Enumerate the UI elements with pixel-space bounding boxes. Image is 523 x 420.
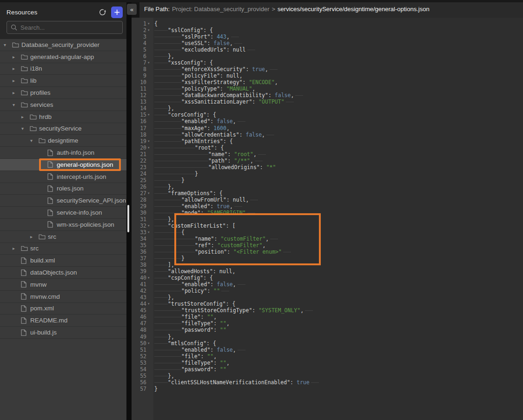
- caret-right-icon[interactable]: ▸: [13, 54, 21, 59]
- gutter-line: 16: [132, 118, 153, 125]
- trailing-whitespace-marker: [283, 252, 291, 252]
- fold-caret-icon[interactable]: ▾: [146, 27, 153, 33]
- caret-right-icon[interactable]: ▸: [13, 90, 21, 95]
- code-token-null: null: [233, 46, 246, 53]
- tree-item-Database_security_provider[interactable]: ▾Database_security_provider: [0, 39, 126, 51]
- fold-spacer: [146, 79, 153, 85]
- folder-icon: [21, 245, 30, 251]
- tab-whitespace-marker: [168, 213, 181, 213]
- caret-down-icon[interactable]: ▾: [13, 102, 21, 107]
- tree-item-securityService[interactable]: ▾securityService: [0, 123, 126, 135]
- caret-down-icon[interactable]: ▾: [30, 138, 39, 143]
- fold-caret-icon[interactable]: ▾: [146, 112, 153, 118]
- tree-item-dataObjects.json[interactable]: dataObjects.json: [0, 267, 126, 279]
- fold-caret-icon[interactable]: ▾: [146, 223, 153, 229]
- fold-caret-icon[interactable]: ▾: [146, 144, 153, 151]
- code-token-key: "dataBackwardCompatibility": [181, 92, 268, 98]
- fold-spacer: [146, 197, 153, 203]
- fold-spacer: [146, 40, 153, 46]
- gutter-line: 3: [132, 33, 153, 40]
- tree-scrollbar-thumb[interactable]: [127, 205, 129, 232]
- fold-spacer: [146, 353, 153, 360]
- tree-item-profiles[interactable]: ▸profiles: [0, 87, 126, 99]
- tree-item-wm-xss-policies.json[interactable]: wm-xss-policies.json: [0, 219, 126, 231]
- tree-item-generated-angular-app[interactable]: ▸generated-angular-app: [0, 51, 126, 63]
- tree-item-lib[interactable]: ▸lib: [0, 75, 126, 87]
- tree-item-roles.json[interactable]: roles.json: [0, 183, 126, 195]
- fold-caret-icon[interactable]: ▾: [146, 340, 153, 347]
- tab-whitespace-marker: [154, 343, 168, 344]
- collapse-panel-button[interactable]: «: [127, 4, 137, 15]
- code-token-number: 443: [217, 33, 226, 40]
- code-token-boolean: true: [252, 66, 265, 72]
- code-line: "frameOptions": {: [154, 190, 523, 197]
- gutter-line: 10: [132, 79, 153, 85]
- tree-item-i18n[interactable]: ▸i18n: [0, 63, 126, 75]
- tree-item-general-options.json[interactable]: general-options.json: [0, 159, 126, 171]
- line-number: 17: [132, 125, 146, 131]
- code-line: "sslPort": 443,: [154, 33, 523, 40]
- code-content[interactable]: {"sslConfig": {"sslPort": 443,"useSSL": …: [153, 18, 523, 420]
- tree-item-README.md[interactable]: README.md: [0, 315, 126, 327]
- code-token-key: "password": [181, 327, 213, 333]
- caret-right-icon[interactable]: ▸: [13, 78, 21, 83]
- tab-whitespace-marker: [154, 102, 168, 102]
- tree-item-label: general-options.json: [57, 161, 113, 168]
- caret-down-icon[interactable]: ▾: [4, 42, 12, 47]
- code-token-punct: :: [210, 33, 217, 40]
- add-button[interactable]: +: [111, 7, 123, 18]
- caret-right-icon[interactable]: ▸: [21, 114, 30, 119]
- code-token-string: "MANUAL": [226, 85, 252, 92]
- tab-whitespace-marker: [154, 252, 168, 252]
- code-token-punct: :: [201, 353, 207, 360]
- caret-right-icon[interactable]: ▸: [13, 66, 21, 71]
- caret-right-icon[interactable]: ▸: [13, 246, 21, 251]
- tree-item-label: ui-build.js: [30, 329, 57, 336]
- file-icon: [21, 257, 30, 264]
- tree-item-auth-info.json[interactable]: auth-info.json: [0, 147, 126, 159]
- tree-item-service-info.json[interactable]: service-info.json: [0, 207, 126, 219]
- code-token-key: "allowFromUrl": [181, 197, 226, 203]
- code-token-punct: : {: [226, 301, 236, 307]
- line-number: 48: [132, 327, 146, 333]
- tree-item-services[interactable]: ▾services: [0, 99, 126, 111]
- fold-caret-icon[interactable]: ▾: [146, 275, 153, 281]
- tree-item-mvnw[interactable]: mvnw: [0, 279, 126, 291]
- gutter-line: 55: [132, 373, 153, 379]
- tree-item-build.xml[interactable]: build.xml: [0, 255, 126, 267]
- fold-caret-icon[interactable]: ▾: [146, 229, 153, 236]
- fold-caret-icon[interactable]: ▾: [146, 138, 153, 144]
- line-number: 13: [132, 98, 146, 105]
- fold-caret-icon[interactable]: ▾: [146, 59, 153, 66]
- tree-item-securityService_API.json[interactable]: securityService_API.json: [0, 195, 126, 207]
- line-number: 23: [132, 164, 146, 171]
- code-token-punct: : [: [226, 223, 236, 229]
- fold-caret-icon[interactable]: ▾: [146, 301, 153, 307]
- code-line: "allowedOrigins": "*": [154, 164, 523, 171]
- refresh-button[interactable]: [96, 6, 108, 18]
- resources-panel: Resources + ▾Datab: [0, 0, 126, 420]
- caret-right-icon[interactable]: ▸: [30, 234, 39, 239]
- tab-whitespace-marker: [154, 56, 168, 57]
- fold-caret-icon[interactable]: ▾: [146, 190, 153, 197]
- line-number: 33: [132, 229, 146, 236]
- caret-down-icon[interactable]: ▾: [21, 126, 30, 131]
- tree-item-src[interactable]: ▸src: [0, 231, 126, 243]
- code-token-string: "/**": [234, 158, 250, 164]
- tree-item-intercept-urls.json[interactable]: intercept-urls.json: [0, 171, 126, 183]
- code-area[interactable]: 1▾2▾34567▾89101112131415▾16171819▾20▾212…: [132, 18, 523, 420]
- tab-whitespace-marker: [181, 167, 195, 168]
- search-box[interactable]: [7, 21, 123, 34]
- tab-whitespace-marker: [154, 213, 168, 213]
- tree-item-designtime[interactable]: ▾designtime: [0, 135, 126, 147]
- tree-item-pom.xml[interactable]: pom.xml: [0, 303, 126, 315]
- code-token-key: "pathEntries": [181, 138, 223, 144]
- search-input[interactable]: [20, 24, 119, 31]
- tree-item-hrdb[interactable]: ▸hrdb: [0, 111, 126, 123]
- tree-item-ui-build.js[interactable]: ui-build.js: [0, 327, 126, 339]
- tab-whitespace-marker: [168, 69, 181, 70]
- fold-caret-icon[interactable]: ▾: [146, 20, 153, 27]
- tree-item-src[interactable]: ▸src: [0, 243, 126, 255]
- search-icon: [11, 24, 17, 31]
- tree-item-mvnw.cmd[interactable]: mvnw.cmd: [0, 291, 126, 303]
